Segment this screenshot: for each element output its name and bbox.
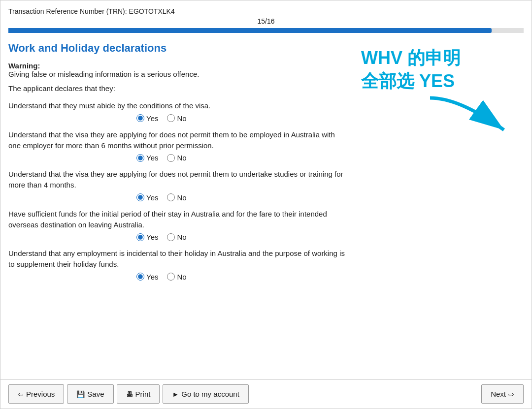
declaration-item-2: Understand that the visa they are applyi… (8, 129, 346, 162)
save-button[interactable]: 💾 Save (67, 384, 113, 404)
print-button[interactable]: 🖶 Print (117, 384, 160, 404)
warning-text: Giving false or misleading information i… (8, 70, 199, 78)
progress-bar-fill (8, 28, 492, 33)
declaration-text-2: Understand that the visa they are applyi… (8, 129, 346, 151)
warning-block: Warning: Giving false or misleading info… (8, 62, 346, 78)
arrow-icon (420, 93, 519, 137)
no-radio-4[interactable]: No (167, 233, 186, 241)
footer-bar: ⇦ Previous 💾 Save 🖶 Print ► Go to my acc… (0, 379, 532, 409)
yes-radio-5[interactable]: Yes (136, 273, 158, 281)
right-section: WHV 的申明 全部选 YES (356, 42, 524, 379)
no-radio-1[interactable]: No (167, 114, 186, 123)
declaration-text-4: Have sufficient funds for the initial pe… (8, 209, 346, 230)
declaration-text-5: Understand that any employment is incide… (8, 248, 346, 270)
next-button[interactable]: Next ⇨ (481, 384, 524, 404)
left-section: Work and Holiday declarations Warning: G… (8, 42, 356, 379)
previous-button[interactable]: ⇦ Previous (8, 384, 64, 404)
main-content: Work and Holiday declarations Warning: G… (0, 42, 532, 379)
applicant-declares: The applicant declares that they: (8, 84, 346, 93)
arrow-container (361, 98, 524, 137)
no-radio-3[interactable]: No (167, 193, 186, 202)
goto-account-button[interactable]: ► Go to my account (163, 384, 248, 404)
page-wrapper: Transaction Reference Number (TRN): EGOT… (0, 0, 532, 409)
radio-group-5: Yes No (136, 273, 346, 281)
progress-bar-container (8, 28, 524, 33)
declaration-text-3: Understand that the visa they are applyi… (8, 169, 346, 190)
declaration-text-1: Understand that they must abide by the c… (8, 100, 346, 111)
save-icon: 💾 (76, 390, 85, 398)
radio-group-3: Yes No (136, 193, 346, 202)
page-counter: 15/16 (8, 17, 524, 25)
radio-group-4: Yes No (136, 233, 346, 241)
yes-radio-3[interactable]: Yes (136, 193, 158, 202)
print-icon: 🖶 (126, 390, 133, 398)
trn-line: Transaction Reference Number (TRN): EGOT… (8, 7, 524, 15)
radio-group-1: Yes No (136, 114, 346, 123)
yes-radio-2[interactable]: Yes (136, 154, 158, 162)
declaration-item-5: Understand that any employment is incide… (8, 248, 346, 281)
previous-icon: ⇦ (18, 390, 24, 398)
radio-group-2: Yes No (136, 154, 346, 162)
no-radio-2[interactable]: No (167, 154, 186, 162)
yes-radio-1[interactable]: Yes (136, 114, 158, 123)
goto-account-icon: ► (172, 390, 179, 398)
page-title: Work and Holiday declarations (8, 42, 346, 55)
annotation-text: WHV 的申明 全部选 YES (361, 47, 524, 93)
declaration-item-1: Understand that they must abide by the c… (8, 100, 346, 123)
yes-radio-4[interactable]: Yes (136, 233, 158, 241)
next-icon: ⇨ (508, 390, 514, 398)
declaration-item-4: Have sufficient funds for the initial pe… (8, 209, 346, 242)
warning-label: Warning: (8, 62, 40, 70)
no-radio-5[interactable]: No (167, 273, 186, 281)
declaration-item-3: Understand that the visa they are applyi… (8, 169, 346, 202)
header-area: Transaction Reference Number (TRN): EGOT… (0, 0, 532, 42)
